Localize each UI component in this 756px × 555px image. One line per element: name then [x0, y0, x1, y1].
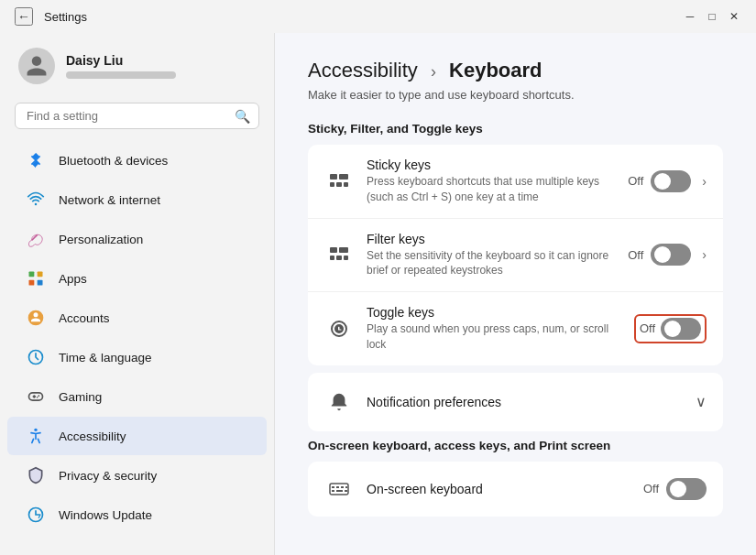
page-header: Accessibility › Keyboard Make it easier …	[308, 59, 723, 102]
sidebar-item-label-network: Network & internet	[59, 193, 160, 207]
sticky-keys-toggle[interactable]	[651, 170, 691, 192]
sticky-filter-toggle-card: Sticky keys Press keyboard shortcuts tha…	[308, 145, 723, 365]
toggle-keys-text: Toggle keys Play a sound when you press …	[367, 305, 621, 353]
personalization-icon	[26, 229, 46, 249]
main-layout: Daisy Liu 🔍 Bluetooth & devices Network …	[0, 33, 756, 555]
accounts-icon	[26, 308, 46, 328]
svg-rect-21	[339, 247, 348, 253]
sticky-keys-chevron[interactable]: ›	[702, 174, 707, 189]
title-bar: ← Settings ─ □ ✕	[0, 0, 756, 33]
filter-keys-text: Filter keys Set the sensitivity of the k…	[367, 232, 615, 279]
sidebar-item-accounts[interactable]: Accounts	[7, 299, 267, 337]
page-subtitle: Make it easier to type and use keyboard …	[308, 88, 723, 102]
svg-rect-2	[29, 272, 35, 278]
onscreen-section-title: On-screen keyboard, access keys, and Pri…	[308, 439, 723, 452]
notification-label: Notification preferences	[367, 395, 683, 409]
onscreen-keyboard-text: On-screen keyboard	[367, 482, 630, 496]
gaming-icon	[26, 386, 46, 407]
svg-rect-16	[339, 174, 348, 180]
close-button[interactable]: ✕	[727, 9, 741, 24]
onscreen-keyboard-title: On-screen keyboard	[367, 482, 630, 496]
minimize-button[interactable]: ─	[683, 9, 697, 24]
sidebar-item-label-personalization: Personalization	[59, 233, 143, 246]
sticky-keys-title: Sticky keys	[367, 158, 615, 172]
sticky-keys-row[interactable]: Sticky keys Press keyboard shortcuts tha…	[308, 145, 723, 219]
sidebar-item-label-accessibility: Accessibility	[59, 430, 126, 443]
sidebar-item-gaming[interactable]: Gaming	[7, 377, 267, 416]
sidebar-item-privacy[interactable]: Privacy & security	[7, 456, 267, 495]
sidebar-item-apps[interactable]: Apps	[7, 259, 267, 298]
search-box[interactable]: 🔍	[15, 103, 259, 129]
svg-rect-32	[345, 490, 347, 492]
app-title: Settings	[44, 10, 87, 24]
network-icon	[26, 190, 46, 210]
svg-point-0	[35, 203, 38, 206]
sidebar-item-label-gaming: Gaming	[59, 390, 102, 404]
svg-point-11	[38, 395, 40, 397]
time-icon	[26, 347, 46, 367]
filter-keys-control: Off ›	[628, 244, 707, 266]
toggle-keys-highlight-box: Off	[634, 314, 707, 343]
toggle-keys-toggle[interactable]	[661, 318, 701, 340]
notification-preferences-row[interactable]: Notification preferences ∨	[308, 373, 723, 431]
nav-list: Bluetooth & devices Network & internet P…	[0, 140, 274, 535]
sidebar-item-network[interactable]: Network & internet	[7, 180, 267, 219]
filter-keys-chevron[interactable]: ›	[702, 247, 707, 262]
svg-rect-27	[336, 486, 339, 488]
svg-rect-31	[336, 490, 343, 492]
avatar	[18, 48, 55, 84]
sidebar-item-label-update: Windows Update	[59, 508, 152, 522]
privacy-icon	[26, 465, 46, 485]
onscreen-keyboard-row[interactable]: On-screen keyboard Off	[308, 462, 723, 517]
onscreen-keyboard-status: Off	[643, 482, 659, 495]
user-subtitle-bar	[66, 71, 176, 79]
svg-rect-22	[330, 256, 334, 260]
filter-keys-toggle[interactable]	[651, 244, 691, 266]
breadcrumb: Accessibility › Keyboard	[308, 59, 723, 82]
toggle-keys-status: Off	[640, 321, 655, 335]
filter-keys-desc: Set the sensitivity of the keyboard so i…	[367, 248, 615, 279]
user-info: Daisy Liu	[66, 53, 176, 79]
sidebar-item-bluetooth[interactable]: Bluetooth & devices	[7, 141, 267, 180]
svg-rect-26	[332, 486, 334, 488]
window-controls: ─ □ ✕	[683, 9, 741, 24]
sidebar-item-label-time: Time & language	[59, 351, 152, 365]
notification-chevron: ∨	[696, 393, 707, 410]
onscreen-keyboard-toggle[interactable]	[666, 478, 707, 500]
svg-rect-19	[344, 182, 348, 187]
svg-rect-4	[29, 280, 35, 286]
svg-rect-3	[38, 272, 43, 278]
svg-rect-25	[330, 484, 348, 495]
toggle-keys-control: Off	[634, 314, 707, 343]
maximize-button[interactable]: □	[705, 9, 719, 24]
filter-keys-title: Filter keys	[367, 232, 615, 246]
onscreen-keyboard-icon	[324, 474, 354, 504]
sidebar-item-time[interactable]: Time & language	[7, 338, 267, 376]
sidebar-item-accessibility[interactable]: Accessibility	[7, 417, 267, 455]
svg-rect-17	[330, 182, 334, 187]
back-button[interactable]: ←	[15, 7, 33, 26]
sticky-keys-text: Sticky keys Press keyboard shortcuts tha…	[367, 158, 615, 205]
toggle-keys-row[interactable]: Toggle keys Play a sound when you press …	[308, 292, 723, 365]
bluetooth-icon	[26, 150, 46, 170]
sidebar-item-personalization[interactable]: Personalization	[7, 220, 267, 258]
apps-icon	[26, 268, 46, 288]
filter-keys-row[interactable]: Filter keys Set the sensitivity of the k…	[308, 219, 723, 293]
sidebar-item-label-privacy: Privacy & security	[59, 469, 157, 483]
sticky-keys-control: Off ›	[628, 170, 707, 192]
toggle-keys-desc: Play a sound when you press caps, num, o…	[367, 321, 621, 353]
section-title-sticky: Sticky, Filter, and Toggle keys	[308, 122, 723, 136]
sidebar-item-label-accounts: Accounts	[59, 311, 110, 325]
svg-rect-24	[344, 256, 348, 260]
svg-point-13	[34, 429, 37, 431]
svg-rect-20	[330, 247, 337, 253]
user-section: Daisy Liu	[0, 33, 274, 99]
svg-rect-15	[330, 174, 337, 180]
breadcrumb-parent: Accessibility	[308, 59, 418, 82]
notification-icon	[324, 387, 354, 417]
search-input[interactable]	[15, 103, 259, 129]
sidebar-item-update[interactable]: Windows Update	[7, 495, 267, 534]
sticky-keys-status: Off	[628, 174, 643, 188]
sidebar-item-label-bluetooth: Bluetooth & devices	[59, 154, 168, 168]
svg-point-12	[37, 397, 38, 398]
